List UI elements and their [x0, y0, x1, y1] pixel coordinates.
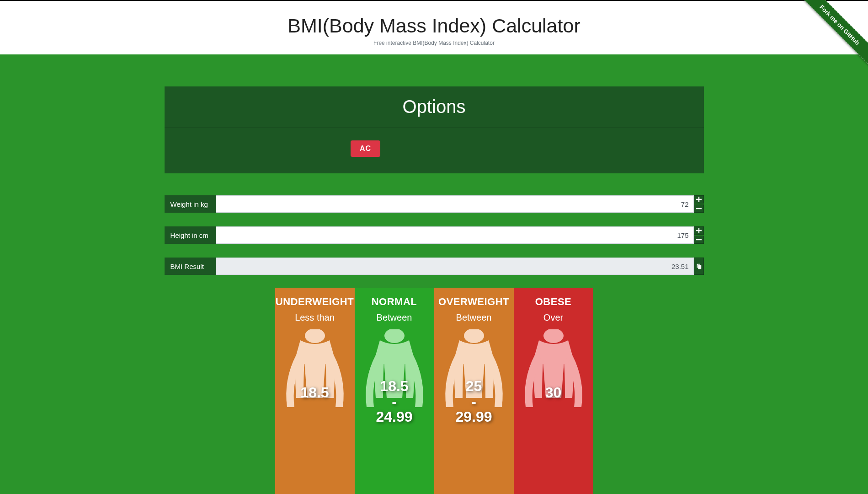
body-figure-icon: 18.5 - 24.99	[355, 329, 434, 412]
category-card: NORMAL Between 18.5 - 24.99	[355, 288, 434, 494]
height-stepper	[694, 226, 704, 244]
category-card: OVERWEIGHT Between 25 - 29.99	[434, 288, 514, 494]
category-range: 18.5	[275, 385, 355, 401]
category-title: OVERWEIGHT	[434, 296, 514, 308]
body-figure-icon: 18.5	[275, 329, 355, 412]
copy-icon	[696, 263, 702, 269]
svg-rect-8	[382, 352, 385, 359]
minus-icon	[696, 206, 702, 211]
category-range: 18.5 - 24.99	[355, 379, 434, 425]
category-range: 30	[514, 385, 593, 401]
svg-point-14	[543, 329, 564, 343]
svg-rect-3	[302, 358, 328, 364]
page-title: BMI(Body Mass Index) Calculator	[0, 15, 868, 37]
height-field: Height in cm	[165, 226, 704, 244]
svg-rect-16	[541, 352, 544, 359]
weight-decrement-button[interactable]	[694, 204, 704, 213]
height-input[interactable]	[216, 226, 694, 244]
svg-rect-1	[696, 239, 702, 240]
category-card: UNDERWEIGHT Less than 18.5	[275, 288, 355, 494]
category-title: OBESE	[514, 296, 593, 308]
weight-input[interactable]	[216, 195, 694, 213]
body-figure-icon: 30	[514, 329, 593, 412]
result-output	[216, 258, 694, 275]
svg-rect-5	[325, 352, 327, 359]
svg-point-10	[464, 329, 484, 343]
main-container: Options AC Weight in kg Height in cm BMI…	[165, 54, 704, 494]
category-relation: Less than	[275, 312, 355, 323]
options-title: Options	[165, 86, 704, 128]
github-ribbon: Fork me on GitHub	[790, 0, 868, 78]
svg-rect-17	[563, 352, 566, 359]
svg-rect-4	[303, 352, 305, 359]
svg-point-2	[305, 329, 325, 343]
height-increment-button[interactable]	[694, 226, 704, 235]
category-title: NORMAL	[355, 296, 434, 308]
weight-stepper	[694, 195, 704, 213]
page-header: BMI(Body Mass Index) Calculator Free int…	[0, 1, 868, 54]
height-decrement-button[interactable]	[694, 236, 704, 244]
height-label: Height in cm	[165, 226, 216, 244]
options-panel: Options AC	[165, 86, 704, 173]
page-subtitle: Free interactive BMI(Body Mass Index) Ca…	[0, 40, 868, 46]
body-figure-icon: 25 - 29.99	[434, 329, 514, 412]
weight-label: Weight in kg	[165, 195, 216, 213]
all-clear-button[interactable]: AC	[351, 140, 380, 157]
svg-rect-11	[461, 358, 487, 364]
plus-icon	[696, 197, 702, 202]
weight-increment-button[interactable]	[694, 195, 704, 204]
github-ribbon-link[interactable]: Fork me on GitHub	[795, 0, 868, 69]
category-relation: Over	[514, 312, 593, 323]
category-card: OBESE Over 30	[514, 288, 593, 494]
svg-rect-9	[404, 352, 407, 359]
copy-result-button[interactable]	[694, 258, 704, 275]
result-label: BMI Result	[165, 258, 216, 275]
category-relation: Between	[434, 312, 514, 323]
svg-point-6	[384, 329, 405, 343]
svg-rect-7	[381, 358, 408, 364]
options-body: AC	[165, 128, 704, 173]
category-relation: Between	[355, 312, 434, 323]
svg-rect-13	[484, 352, 486, 359]
category-title: UNDERWEIGHT	[275, 296, 355, 308]
svg-rect-15	[540, 358, 567, 364]
category-range: 25 - 29.99	[434, 379, 514, 425]
bmi-category-chart: UNDERWEIGHT Less than 18.5 NORMAL Betwee…	[165, 288, 704, 494]
weight-field: Weight in kg	[165, 195, 704, 213]
result-field: BMI Result	[165, 258, 704, 275]
svg-rect-0	[696, 208, 702, 209]
svg-rect-12	[462, 352, 464, 359]
minus-icon	[696, 237, 702, 242]
plus-icon	[696, 228, 702, 233]
